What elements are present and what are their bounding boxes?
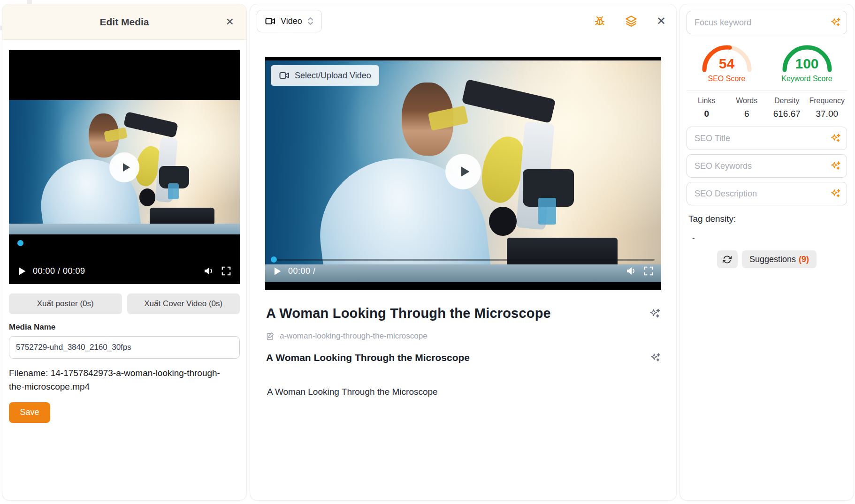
volume-button[interactable]: [203, 265, 214, 277]
time-display: 00:00 / 00:09: [33, 266, 85, 276]
save-button[interactable]: Save: [9, 402, 50, 423]
play-icon: [273, 267, 282, 276]
ai-sparkle-keyword-button[interactable]: [830, 17, 841, 28]
keyword-score-gauge: 100 Keyword Score: [774, 40, 840, 83]
stat-frequency-label: Frequency: [807, 97, 847, 105]
progress-bar[interactable]: [272, 259, 655, 261]
seek-handle[interactable]: [17, 240, 23, 246]
ai-sparkle-seo-title-button[interactable]: [830, 133, 841, 144]
seo-description-input[interactable]: [687, 182, 847, 205]
play-control-button[interactable]: [273, 267, 282, 276]
export-cover-button[interactable]: Xuất Cover Video (0s): [127, 293, 240, 314]
content-slug[interactable]: a-woman-looking-through-the-microscope: [280, 331, 428, 341]
fullscreen-icon: [643, 266, 654, 276]
sparkles-icon: [830, 133, 841, 144]
close-icon[interactable]: ✕: [226, 17, 234, 27]
stat-links-label: Links: [687, 97, 727, 105]
ai-sparkle-seo-keywords-button[interactable]: [830, 160, 841, 172]
video-camera-icon: [279, 70, 290, 81]
media-name-label: Media Name: [9, 323, 240, 332]
seo-title-input[interactable]: [687, 127, 847, 150]
suggestions-count: (9): [799, 255, 809, 264]
select-upload-label: Select/Upload Video: [295, 71, 371, 81]
play-icon: [120, 162, 131, 173]
ai-sparkle-subtitle-button[interactable]: [650, 352, 661, 363]
seo-score-value: 54: [694, 56, 760, 72]
bug-icon: [594, 15, 606, 27]
video-camera-icon: [265, 15, 276, 27]
keyword-score-label: Keyword Score: [774, 75, 840, 83]
media-type-select[interactable]: Video: [257, 10, 322, 32]
seo-keywords-input[interactable]: [687, 154, 847, 178]
stat-words-value: 6: [727, 109, 767, 119]
seek-handle[interactable]: [271, 256, 277, 263]
stat-density-value: 616.67: [767, 109, 807, 119]
suggestions-button[interactable]: Suggestions (9): [742, 250, 817, 268]
filename-text: Filename: 14-1757842973-a-woman-looking-…: [9, 366, 240, 394]
player-controls: 00:00 /: [265, 259, 661, 282]
stat-links-value: 0: [687, 109, 727, 119]
stat-frequency-value: 37.00: [807, 109, 847, 119]
volume-icon: [626, 265, 637, 277]
divider: [687, 90, 847, 91]
media-type-label: Video: [281, 16, 302, 26]
content-editor-panel: Video ✕ Select/Upload Video: [250, 4, 677, 501]
score-gauges: 54 SEO Score 100 Keyword Score: [687, 40, 847, 83]
edit-pencil-icon[interactable]: [266, 331, 275, 341]
sparkles-icon: [830, 188, 841, 199]
stat-words-label: Words: [727, 97, 767, 105]
player-controls: 00:00 / 00:09: [9, 234, 240, 284]
media-preview-player[interactable]: 00:00 / 00:09: [9, 50, 240, 284]
play-button[interactable]: [445, 154, 481, 189]
refresh-suggestions-button[interactable]: [717, 250, 738, 268]
debug-bug-button[interactable]: [594, 15, 606, 27]
panel-title: Edit Media: [99, 16, 149, 28]
letterbox-top: [9, 50, 240, 100]
suggestions-label: Suggestions: [749, 255, 796, 264]
seo-panel: 54 SEO Score 100 Keyword Score Links Wor…: [679, 4, 854, 501]
play-button[interactable]: [109, 152, 139, 182]
tag-density-value: -: [687, 233, 847, 243]
seo-stats: Links Words Density Frequency 0 6 616.67…: [687, 97, 847, 119]
volume-button[interactable]: [626, 265, 637, 277]
close-editor-icon[interactable]: ✕: [657, 15, 666, 28]
sparkles-icon: [830, 160, 841, 172]
refresh-icon: [723, 255, 732, 264]
sparkles-icon: [830, 17, 841, 28]
stat-density-label: Density: [767, 97, 807, 105]
layers-icon: [625, 15, 638, 28]
ai-sparkle-title-button[interactable]: [649, 308, 661, 320]
content-body-text[interactable]: A Woman Looking Through the Microscope: [266, 387, 668, 397]
time-display: 00:00 /: [288, 266, 316, 276]
seo-score-gauge: 54 SEO Score: [694, 40, 760, 83]
video-frame: [9, 100, 240, 234]
fullscreen-icon: [221, 266, 231, 276]
media-name-input[interactable]: [9, 336, 240, 359]
focus-keyword-input[interactable]: [687, 11, 847, 34]
play-control-button[interactable]: [17, 267, 26, 276]
content-title[interactable]: A Woman Looking Through the Microscope: [266, 306, 551, 321]
volume-icon: [203, 265, 214, 277]
select-upload-video-button[interactable]: Select/Upload Video: [271, 65, 379, 86]
play-icon: [458, 165, 471, 178]
tag-density-label: Tag density:: [687, 214, 847, 224]
main-video-player[interactable]: Select/Upload Video 00:00 /: [265, 57, 661, 290]
edit-media-panel: Edit Media ✕: [2, 4, 247, 501]
chevron-updown-icon: [307, 16, 314, 26]
keyword-score-value: 100: [774, 56, 840, 72]
export-poster-button[interactable]: Xuất poster (0s): [9, 293, 122, 314]
content-subtitle[interactable]: A Woman Looking Through the Microscope: [266, 352, 470, 363]
sparkles-icon: [649, 308, 661, 320]
fullscreen-button[interactable]: [643, 266, 654, 276]
layers-button[interactable]: [625, 15, 638, 28]
ai-sparkle-seo-description-button[interactable]: [830, 188, 841, 199]
fullscreen-button[interactable]: [221, 266, 231, 276]
video-frame: Select/Upload Video 00:00 /: [265, 60, 661, 282]
seo-score-label: SEO Score: [694, 75, 760, 83]
edit-media-header: Edit Media ✕: [2, 4, 246, 40]
sparkles-icon: [650, 352, 661, 363]
play-icon: [17, 267, 26, 276]
